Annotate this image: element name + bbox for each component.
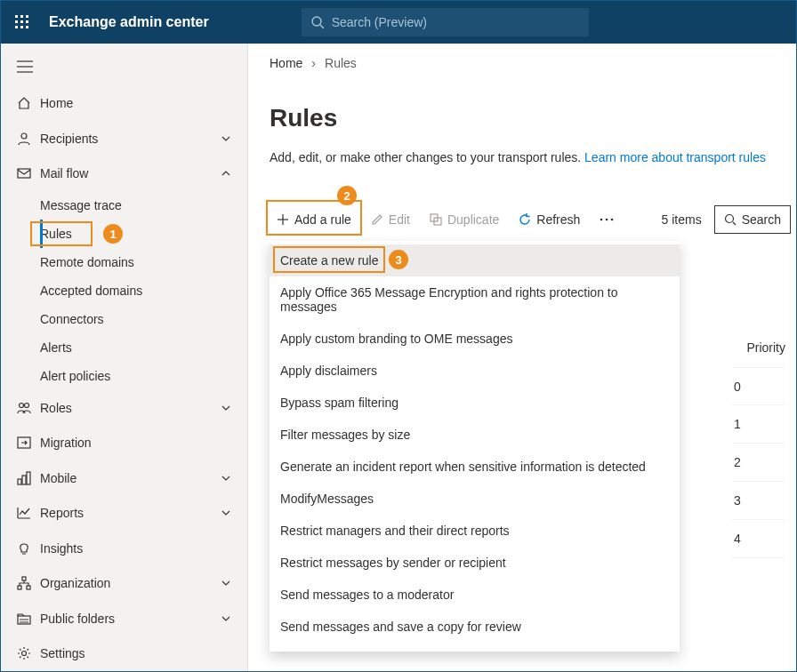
dd-item[interactable]: ModifyMessages xyxy=(270,483,680,515)
sidebar-item-roles[interactable]: Roles xyxy=(1,390,247,426)
callout-3: 3 xyxy=(389,250,408,269)
svg-rect-2 xyxy=(26,15,28,18)
gear-icon xyxy=(17,646,40,660)
sidebar-item-rules[interactable]: Rules 1 xyxy=(40,220,247,248)
dd-item-label: ModifyMessages xyxy=(280,492,374,506)
main-content: Home › Rules Rules Add, edit, or make ot… xyxy=(248,44,796,671)
dd-item[interactable]: Apply Office 365 Message Encryption and … xyxy=(270,276,680,323)
sidebar-item-public-folders[interactable]: Public folders xyxy=(1,601,247,636)
svg-rect-22 xyxy=(22,577,26,580)
dd-item[interactable]: Send messages and save a copy for review xyxy=(270,611,680,643)
dd-item-label: Apply Office 365 Message Encryption and … xyxy=(280,285,618,314)
sidebar-item-label: Recipients xyxy=(40,132,219,146)
svg-rect-5 xyxy=(26,20,28,23)
subtitle-text: Add, edit, or make other changes to your… xyxy=(270,150,584,164)
dd-item[interactable]: Apply disclaimers xyxy=(270,355,680,387)
sidebar-item-mobile[interactable]: Mobile xyxy=(1,460,247,496)
svg-rect-24 xyxy=(27,586,30,589)
sidebar-item-label: Organization xyxy=(40,576,219,590)
toolbar: 2 Add a rule Edit Duplicate Refresh 5 it… xyxy=(248,205,796,234)
sidebar-item-remote-domains[interactable]: Remote domains xyxy=(40,248,247,276)
svg-rect-6 xyxy=(15,26,18,28)
svg-rect-1 xyxy=(20,15,23,18)
svg-rect-4 xyxy=(20,20,23,23)
sidebar-item-label: Rules xyxy=(40,227,72,241)
sidebar-item-organization[interactable]: Organization xyxy=(1,566,247,602)
dd-item-label: Send messages to a moderator xyxy=(280,588,454,602)
dd-item[interactable]: Restrict managers and their direct repor… xyxy=(270,515,680,547)
app-launcher-icon[interactable] xyxy=(8,8,36,36)
sidebar-item-alert-policies[interactable]: Alert policies xyxy=(40,362,247,390)
button-label: Duplicate xyxy=(447,212,499,227)
sidebar-item-accepted-domains[interactable]: Accepted domains xyxy=(40,276,247,305)
svg-line-10 xyxy=(320,25,324,28)
breadcrumb-home[interactable]: Home xyxy=(270,56,302,70)
sidebar-item-reports[interactable]: Reports xyxy=(1,496,247,532)
svg-point-14 xyxy=(21,133,27,139)
more-button[interactable] xyxy=(592,205,621,234)
chevron-down-icon xyxy=(219,405,233,411)
sidebar-item-label: Connectors xyxy=(40,312,104,326)
sidebar-item-settings[interactable]: Settings xyxy=(1,636,247,672)
svg-rect-20 xyxy=(22,476,26,484)
svg-point-34 xyxy=(725,215,733,223)
add-rule-dropdown: Create a new rule 3 Apply Office 365 Mes… xyxy=(270,241,680,652)
refresh-button[interactable]: Refresh xyxy=(511,205,587,234)
callout-2: 2 xyxy=(337,186,357,205)
duplicate-button: Duplicate xyxy=(423,205,506,234)
sidebar-item-message-trace[interactable]: Message trace xyxy=(40,191,247,220)
hamburger-icon[interactable] xyxy=(17,60,33,76)
sidebar-item-recipients[interactable]: Recipients xyxy=(1,121,247,156)
button-label: Edit xyxy=(389,212,410,227)
svg-point-9 xyxy=(312,17,321,26)
mobile-icon xyxy=(17,471,40,485)
svg-point-31 xyxy=(600,219,603,221)
dd-item[interactable]: Send messages to a moderator xyxy=(270,579,680,611)
svg-point-32 xyxy=(606,219,608,221)
global-search-input[interactable] xyxy=(332,15,580,29)
dd-item-create-new-rule[interactable]: Create a new rule 3 xyxy=(270,244,680,276)
svg-rect-21 xyxy=(27,472,30,484)
sidebar-item-label: Mail flow xyxy=(40,166,219,180)
dd-item[interactable]: Apply custom branding to OME messages xyxy=(270,323,680,355)
dd-item[interactable]: Filter messages by size xyxy=(270,419,680,451)
sidebar-item-home[interactable]: Home xyxy=(1,86,247,122)
priority-column: 0 1 2 3 4 xyxy=(732,367,785,558)
priority-cell: 3 xyxy=(732,482,785,520)
person-icon xyxy=(17,132,40,146)
home-icon xyxy=(17,96,40,110)
svg-rect-3 xyxy=(15,20,18,23)
learn-more-link[interactable]: Learn more about transport rules xyxy=(584,150,766,164)
sidebar-item-label: Alert policies xyxy=(40,369,110,383)
svg-rect-8 xyxy=(26,26,28,28)
page-title: Rules xyxy=(248,83,796,140)
dd-item-label: Bypass spam filtering xyxy=(280,396,398,410)
svg-point-26 xyxy=(22,652,27,656)
sidebar-item-insights[interactable]: Insights xyxy=(1,531,247,566)
button-label: Search xyxy=(742,212,781,227)
dd-item-label: Apply custom branding to OME messages xyxy=(280,332,512,346)
top-bar: Exchange admin center xyxy=(1,1,796,44)
add-rule-button[interactable]: Add a rule xyxy=(270,205,358,234)
chevron-down-icon xyxy=(219,616,233,621)
dd-item[interactable]: Bypass spam filtering xyxy=(270,387,680,419)
sidebar-item-migration[interactable]: Migration xyxy=(1,426,247,461)
chevron-down-icon xyxy=(219,171,233,176)
breadcrumb-current: Rules xyxy=(325,56,357,70)
dd-item[interactable]: Restrict messages by sender or recipient xyxy=(270,547,680,579)
sidebar-item-connectors[interactable]: Connectors xyxy=(40,305,247,333)
sidebar-item-label: Migration xyxy=(40,436,233,450)
sidebar-item-alerts[interactable]: Alerts xyxy=(40,333,247,362)
global-search[interactable] xyxy=(302,8,589,36)
folders-icon xyxy=(17,612,40,626)
dd-item-label: Filter messages by size xyxy=(280,428,410,442)
sidebar-item-label: Settings xyxy=(40,646,233,660)
priority-cell: 2 xyxy=(732,444,785,482)
callout-1: 1 xyxy=(103,224,123,244)
dd-item[interactable]: Generate an incident report when sensiti… xyxy=(270,451,680,483)
local-search-button[interactable]: Search xyxy=(714,205,791,234)
svg-rect-0 xyxy=(15,15,18,18)
svg-rect-23 xyxy=(18,586,21,589)
sidebar-item-label: Accepted domains xyxy=(40,284,142,298)
sidebar-item-mail-flow[interactable]: Mail flow xyxy=(1,156,247,192)
